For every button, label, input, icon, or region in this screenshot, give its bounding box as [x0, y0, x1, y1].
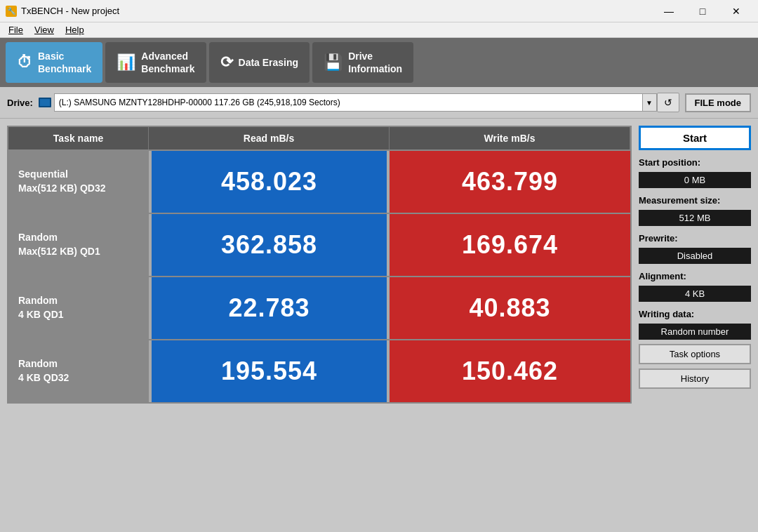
read-value-random-4k-qd1: 22.783 [228, 293, 310, 323]
benchmark-panel: Task name Read mB/s Write mB/s Sequentia… [7, 126, 632, 532]
basic-benchmark-icon: ⏱ [17, 53, 32, 72]
writing-data-value: Random number [639, 324, 751, 340]
row-write-sequential: 463.799 [390, 151, 630, 213]
alignment-value: 4 KB [639, 286, 751, 302]
read-value-random-512: 362.858 [221, 230, 317, 260]
start-position-label: Start position: [639, 157, 751, 168]
row-label-sequential: SequentialMax(512 KB) QD32 [8, 151, 149, 213]
read-value-sequential: 458.023 [221, 167, 317, 197]
maximize-button[interactable]: □ [686, 1, 719, 21]
writing-data-label: Writing data: [639, 309, 751, 319]
advanced-benchmark-icon: 📊 [117, 53, 135, 72]
benchmark-table: Task name Read mB/s Write mB/s Sequentia… [7, 126, 632, 404]
row-read-random-4k-qd1: 22.783 [149, 277, 390, 339]
table-row: Random4 KB QD32 195.554 150.462 [8, 339, 630, 402]
drive-select[interactable]: (L:) SAMSUNG MZNTY128HDHP-00000 117.26 G… [54, 93, 643, 112]
row-label-random-512: RandomMax(512 KB) QD1 [8, 214, 149, 276]
drive-information-icon: 💾 [324, 53, 343, 72]
measurement-size-label: Measurement size: [639, 195, 751, 206]
tab-advanced-benchmark[interactable]: 📊 AdvancedBenchmark [105, 42, 206, 83]
start-button[interactable]: Start [639, 126, 751, 150]
measurement-size-value: 512 MB [639, 210, 751, 226]
write-value-random-4k-qd1: 40.883 [469, 293, 550, 323]
write-value-random-512: 169.674 [462, 230, 558, 260]
close-button[interactable]: ✕ [720, 1, 752, 21]
row-label-random-4k-qd32: Random4 KB QD32 [8, 340, 149, 402]
write-value-sequential: 463.799 [462, 167, 558, 197]
table-row: RandomMax(512 KB) QD1 362.858 169.674 [8, 213, 630, 276]
tab-data-erasing[interactable]: ⟳ Data Erasing [209, 42, 310, 83]
drive-dropdown-arrow[interactable]: ▼ [643, 93, 657, 112]
menu-bar: File View Help [0, 22, 758, 38]
row-label-random-4k-qd1: Random4 KB QD1 [8, 277, 149, 339]
advanced-benchmark-label: AdvancedBenchmark [141, 50, 194, 75]
row-write-random-4k-qd1: 40.883 [390, 277, 630, 339]
tab-drive-information[interactable]: 💾 DriveInformation [312, 42, 413, 83]
menu-file[interactable]: File [3, 23, 29, 36]
tab-basic-benchmark[interactable]: ⏱ BasicBenchmark [6, 42, 102, 83]
main-content: Task name Read mB/s Write mB/s Sequentia… [0, 119, 758, 532]
drive-refresh-button[interactable]: ↺ [657, 93, 679, 112]
start-position-value: 0 MB [639, 172, 751, 188]
task-options-button[interactable]: Task options [639, 344, 751, 364]
col-task-name: Task name [8, 127, 149, 149]
row-read-random-4k-qd32: 195.554 [149, 340, 390, 402]
prewrite-label: Prewrite: [639, 233, 751, 244]
drive-bar: Drive: (L:) SAMSUNG MZNTY128HDHP-00000 1… [0, 87, 758, 119]
drive-icon [39, 98, 51, 107]
table-row: SequentialMax(512 KB) QD32 458.023 463.7… [8, 149, 630, 213]
toolbar: ⏱ BasicBenchmark 📊 AdvancedBenchmark ⟳ D… [0, 38, 758, 87]
read-value-random-4k-qd32: 195.554 [221, 357, 317, 386]
file-mode-button[interactable]: FILE mode [685, 93, 751, 112]
title-bar: 🔧 TxBENCH - New project — □ ✕ [0, 0, 758, 22]
table-row: Random4 KB QD1 22.783 40.883 [8, 276, 630, 339]
data-erasing-label: Data Erasing [239, 56, 299, 69]
col-read: Read mB/s [149, 127, 390, 149]
row-read-sequential: 458.023 [149, 151, 390, 213]
table-header: Task name Read mB/s Write mB/s [8, 127, 630, 149]
row-write-random-512: 169.674 [390, 214, 630, 276]
drive-label: Drive: [7, 98, 33, 108]
window-title: TxBENCH - New project [21, 6, 119, 16]
prewrite-value: Disabled [639, 248, 751, 264]
basic-benchmark-label: BasicBenchmark [38, 50, 91, 75]
row-write-random-4k-qd32: 150.462 [390, 340, 630, 402]
history-button[interactable]: History [639, 368, 751, 389]
sidebar-panel: Start Start position: 0 MB Measurement s… [639, 126, 751, 532]
menu-help[interactable]: Help [60, 23, 90, 36]
drive-select-wrapper: (L:) SAMSUNG MZNTY128HDHP-00000 117.26 G… [54, 93, 657, 112]
alignment-label: Alignment: [639, 271, 751, 281]
data-erasing-icon: ⟳ [220, 53, 233, 72]
drive-information-label: DriveInformation [348, 50, 402, 75]
menu-view[interactable]: View [29, 23, 60, 36]
app-icon: 🔧 [6, 6, 17, 17]
row-read-random-512: 362.858 [149, 214, 390, 276]
minimize-button[interactable]: — [653, 1, 685, 21]
write-value-random-4k-qd32: 150.462 [462, 357, 558, 386]
col-write: Write mB/s [390, 127, 630, 149]
